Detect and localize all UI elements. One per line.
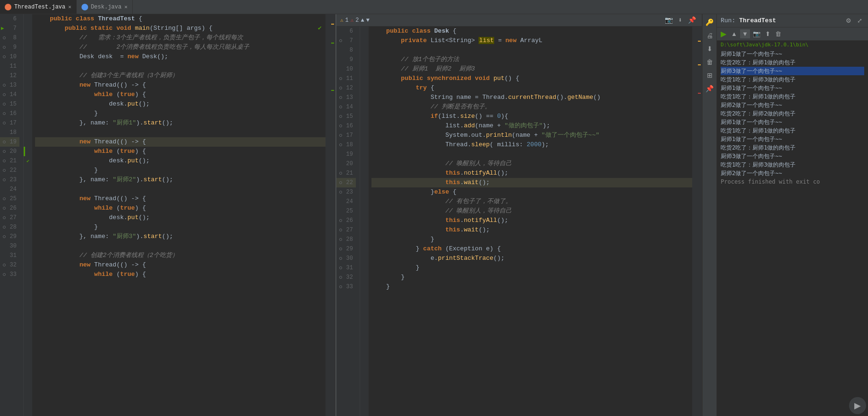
desk-line-num-27: 27 bbox=[336, 225, 356, 235]
main-area: 6▶78910111213141516171819202122232425262… bbox=[0, 14, 868, 416]
sidebar-login-btn[interactable]: 🔑 bbox=[704, 16, 716, 28]
tt-gutter-18 bbox=[24, 128, 32, 137]
tt-code-line-27: desk.put(); bbox=[35, 213, 326, 222]
desk-gutter-18 bbox=[360, 140, 369, 150]
tt-gutter-28 bbox=[24, 222, 32, 232]
tt-code-line-28: } bbox=[35, 222, 326, 232]
tab-threadtest-close[interactable]: ✕ bbox=[68, 4, 72, 10]
tab-desk-label: Desk.java bbox=[91, 4, 122, 10]
run-up-btn[interactable]: ▲ bbox=[729, 29, 739, 38]
desk-gutter-12 bbox=[360, 83, 369, 93]
desk-code-line-6: public class Desk { bbox=[371, 27, 692, 36]
desk-code-line-20: // 唤醒别人，等待自己 bbox=[371, 159, 692, 168]
run-output-line-7: 吃货2吃了：厨师2做的肉包子 bbox=[721, 109, 864, 118]
desk-gutter-13 bbox=[360, 93, 369, 102]
tt-code-line-26: while (true) { bbox=[35, 204, 326, 213]
desk-line-num-33: 33 bbox=[336, 282, 356, 292]
desk-code-line-13: String name = Thread.currentThread().get… bbox=[371, 93, 692, 102]
desk-stripe bbox=[692, 27, 702, 416]
tt-gutter-21: ✔ bbox=[24, 156, 32, 166]
tab-threadtest[interactable]: ThreadTest.java ✕ bbox=[0, 0, 77, 14]
sidebar-trash-btn[interactable]: 🗑 bbox=[704, 56, 716, 68]
desk-line-num-24: 24 bbox=[336, 197, 356, 206]
desk-gutter-25 bbox=[360, 206, 369, 216]
tt-line-num-7: ▶7 bbox=[0, 24, 19, 33]
desk-line-num-22: 22 bbox=[336, 178, 356, 187]
tt-gutter-7 bbox=[24, 24, 32, 33]
desk-code-line-21: this.notifyAll(); bbox=[371, 168, 692, 178]
sort-icon[interactable]: ⬇ bbox=[677, 15, 684, 25]
desk-code-line-17: System.out.println(name + "做了一个肉包子~~" bbox=[371, 131, 692, 140]
tt-code-line-31: // 创建2个消费者线程（2个吃货） bbox=[35, 251, 326, 260]
tt-line-num-10: 10 bbox=[0, 52, 19, 62]
warning-count: 1 bbox=[345, 17, 349, 24]
sidebar-pin-btn[interactable]: 📌 bbox=[704, 82, 716, 95]
tt-code-line-22: } bbox=[35, 166, 326, 175]
desk-content: 6789101112131415161718192021222324252627… bbox=[336, 27, 702, 416]
run-camera-btn[interactable]: 📷 bbox=[751, 29, 762, 38]
tt-code-line-7: public static void main(String[] args) {… bbox=[35, 24, 326, 33]
desk-line-num-13: 13 bbox=[336, 93, 356, 102]
tt-line-num-15: 15 bbox=[0, 99, 19, 109]
desk-gutter-6 bbox=[360, 27, 369, 36]
desk-code-line-33: } bbox=[371, 282, 692, 292]
tt-gutter-22 bbox=[24, 166, 32, 175]
desk-code-line-32: } bbox=[371, 273, 692, 282]
desk-code-line-12: try { bbox=[371, 83, 692, 93]
run-output-line-4: 厨师1做了一个肉包子~~ bbox=[721, 84, 864, 92]
run-down-btn[interactable]: ▼ bbox=[740, 29, 750, 38]
threadtest-content: 6▶78910111213141516171819202122232425262… bbox=[0, 14, 335, 416]
stripe-mark-2 bbox=[331, 43, 334, 44]
run-output-line-9: 吃货1吃了：厨师1做的肉包子 bbox=[721, 126, 864, 135]
desk-code[interactable]: public class Desk { private List<String>… bbox=[369, 27, 692, 416]
tt-code-line-9: // 2个消费者线程负责吃包子，每人每次只能从桌子 bbox=[35, 43, 326, 52]
nav-down[interactable]: ▼ bbox=[366, 17, 370, 24]
threadtest-code[interactable]: public class ThreadTest { public static … bbox=[32, 14, 326, 416]
desk-code-line-24: // 有包子了，不做了。 bbox=[371, 197, 692, 206]
tab-desk[interactable]: Desk.java ✕ bbox=[77, 0, 133, 14]
desk-gutter-16 bbox=[360, 121, 369, 131]
desk-gutter-26 bbox=[360, 216, 369, 225]
run-label: Run: ThreadTest bbox=[721, 17, 842, 24]
nav-up[interactable]: ▲ bbox=[361, 17, 364, 24]
desk-line-num-7: 7 bbox=[336, 36, 356, 45]
run-trash2-btn[interactable]: 🗑 bbox=[773, 29, 783, 38]
tt-code-line-14: while (true) { bbox=[35, 90, 326, 99]
tt-code-line-11 bbox=[35, 62, 326, 71]
desk-code-line-11: public synchronized void put() { bbox=[371, 74, 692, 83]
tt-line-num-19: 19 bbox=[0, 137, 19, 147]
tt-code-line-23: }, name: "厨师2").start(); bbox=[35, 175, 326, 185]
desk-warning-bar: ⚠ 1 ⚠ 2 ▲ ▼ 📷 ⬇ 📌 bbox=[336, 14, 702, 27]
settings-btn[interactable]: ⚙ bbox=[844, 16, 853, 25]
tt-code-line-8: // 需求：3个生产者线程，负责生产包子，每个线程每次 bbox=[35, 33, 326, 43]
tt-code-line-29: }, name: "厨师3").start(); bbox=[35, 232, 326, 241]
desk-code-line-23: }else { bbox=[371, 187, 692, 197]
pin-icon[interactable]: 📌 bbox=[686, 15, 698, 25]
run-sort-btn[interactable]: ⬆ bbox=[763, 29, 772, 38]
sidebar-table-btn[interactable]: ⊞ bbox=[704, 69, 716, 81]
tt-line-num-9: 9 bbox=[0, 43, 19, 52]
run-output-line-14: 厨师2做了一个肉包子~~ bbox=[721, 169, 864, 177]
camera-icon[interactable]: 📷 bbox=[663, 15, 675, 25]
tab-icon-blue bbox=[81, 4, 88, 10]
run-output-line-10: 厨师1做了一个肉包子~~ bbox=[721, 135, 864, 143]
threadtest-stripe bbox=[326, 14, 335, 416]
sidebar-print-btn[interactable]: 🖨 bbox=[704, 29, 716, 42]
run-output-line-0: 厨师1做了一个肉包子~~ bbox=[721, 50, 864, 58]
desk-gutter-24 bbox=[360, 197, 369, 206]
desk-gutter-33 bbox=[360, 282, 369, 292]
desk-stripe-mark-3 bbox=[698, 93, 701, 94]
expand-btn[interactable]: ⤢ bbox=[855, 16, 864, 25]
tt-gutter-31 bbox=[24, 251, 32, 260]
tt-line-num-27: 27 bbox=[0, 213, 19, 222]
desk-gutter-15 bbox=[360, 112, 369, 121]
tt-code-line-13: new Thread(() -> { bbox=[35, 80, 326, 90]
tab-desk-close[interactable]: ✕ bbox=[124, 4, 127, 10]
run-play-btn[interactable]: ▶ bbox=[719, 28, 728, 39]
run-output-line-12: 厨师3做了一个肉包子~~ bbox=[721, 152, 864, 160]
sidebar-down-btn[interactable]: ⬇ bbox=[704, 43, 716, 55]
run-media-btn[interactable]: ▶ bbox=[849, 397, 866, 414]
tt-code-line-15: desk.put(); bbox=[35, 99, 326, 109]
threadtest-editor: 6▶78910111213141516171819202122232425262… bbox=[0, 14, 335, 416]
desk-gutter-28 bbox=[360, 235, 369, 244]
